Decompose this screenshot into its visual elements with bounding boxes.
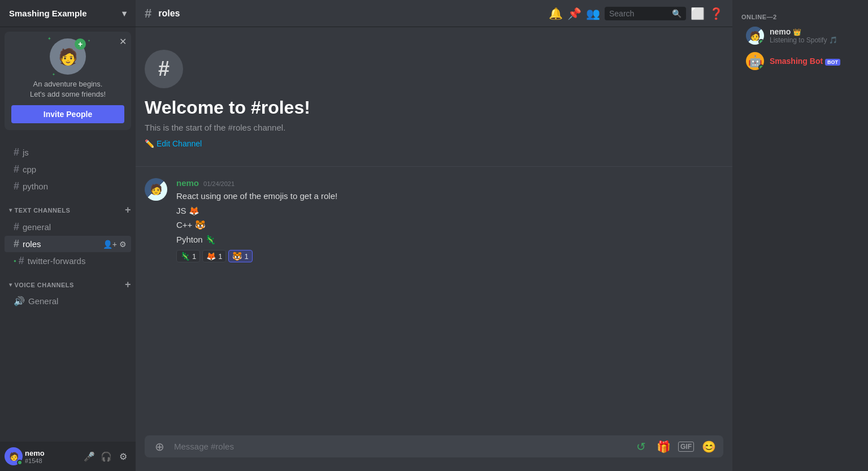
search-box: 🔍 <box>605 7 686 20</box>
message-timestamp: 01/24/2021 <box>203 180 235 187</box>
sidebar-item-python[interactable]: # python <box>5 178 131 195</box>
misc-channels-group: # js # cpp # python <box>0 139 136 195</box>
speaker-icon: 🔊 <box>14 296 25 306</box>
edit-channel-label: Edit Channel <box>157 139 202 148</box>
member-item-smashing-bot[interactable]: 🤖 Smashing Bot BOT <box>737 49 863 74</box>
message-content: nemo 01/24/2021 React using one of the e… <box>176 178 723 262</box>
help-icon[interactable]: ❓ <box>709 7 723 20</box>
hash-icon: # <box>14 238 19 250</box>
add-channel-button[interactable]: + <box>125 204 131 216</box>
channel-name-python: python <box>23 182 48 191</box>
server-header[interactable]: Smashing Example ▾ <box>0 0 136 27</box>
gif-button[interactable]: GIF <box>676 437 696 457</box>
decorative-dot2: ✦ <box>52 72 55 77</box>
hash-icon: # <box>19 255 24 267</box>
add-member-icon[interactable]: 👤+ <box>103 240 117 249</box>
pin-icon[interactable]: 📌 <box>567 7 581 20</box>
notification-dot: ● <box>14 258 16 263</box>
user-info: nemo #1548 <box>25 449 79 464</box>
sidebar-item-js[interactable]: # js <box>5 144 131 161</box>
chat-header: # roles 🔔 📌 👥 🔍 ⬜ ❓ <box>136 0 732 27</box>
sidebar-item-roles[interactable]: # roles 👤+ ⚙ <box>5 236 131 252</box>
chat-divider <box>136 166 732 167</box>
reaction-fox[interactable]: 🦊 1 <box>202 250 226 262</box>
close-icon[interactable]: ✕ <box>119 36 127 47</box>
welcome-title: Welcome to #roles! <box>145 97 723 118</box>
emoji-icon: 😊 <box>702 440 716 453</box>
gift-button[interactable]: 🎁 <box>653 437 674 457</box>
online-status-dot <box>17 460 23 465</box>
member-name: nemo 👑 <box>770 27 859 36</box>
voice-channel-name: General <box>28 296 58 306</box>
sidebar-item-general[interactable]: # general <box>5 219 131 235</box>
gift-icon: 🎁 <box>657 440 671 453</box>
online-members-label: ONLINE—2 <box>732 9 868 23</box>
hash-icon: # <box>14 180 19 192</box>
chat-channel-title: roles <box>158 8 180 19</box>
message-group: 🧑 nemo 01/24/2021 React using one of the… <box>136 176 732 265</box>
members-sidebar: ONLINE—2 🧑 nemo 👑 Listening to Spotify 🎵… <box>732 0 868 471</box>
channel-sidebar: Smashing Example ▾ ✕ 🧑 + ✦ ✦ ✦ An advent… <box>0 0 136 471</box>
message-author: nemo <box>176 178 199 188</box>
hash-icon: # <box>14 146 19 158</box>
emoji-button[interactable]: 😊 <box>698 437 719 457</box>
chevron-icon: ▾ <box>9 207 12 213</box>
chat-input-area: ⊕ ↺ 🎁 GIF 😊 <box>136 435 732 471</box>
channel-action-icons: 👤+ ⚙ <box>103 240 127 249</box>
search-icon: 🔍 <box>672 9 682 18</box>
user-discriminator: #1548 <box>25 457 79 464</box>
member-name-bot: Smashing Bot BOT <box>770 57 859 66</box>
welcome-description: This is the start of the #roles channel. <box>145 123 723 132</box>
member-item-nemo[interactable]: 🧑 nemo 👑 Listening to Spotify 🎵 <box>737 23 863 48</box>
channel-welcome-icon: # <box>145 50 183 88</box>
reaction-lizard[interactable]: 🦎 1 <box>176 250 200 262</box>
channel-list: # js # cpp # python ▾ TEXT CHANNELS + # … <box>0 135 136 442</box>
chat-messages: # Welcome to #roles! This is the start o… <box>136 27 732 435</box>
edit-channel-button[interactable]: ✏️ Edit Channel <box>145 139 202 148</box>
hash-icon: # <box>14 221 19 233</box>
search-input[interactable] <box>609 9 670 18</box>
add-attachment-button[interactable]: ⊕ <box>149 437 170 457</box>
plus-icon: + <box>75 38 86 50</box>
reaction-count: 1 <box>192 252 196 261</box>
member-status-online <box>758 39 764 45</box>
decorative-dots: ✦ <box>47 36 51 41</box>
text-channels-label: TEXT CHANNELS <box>15 207 71 214</box>
voice-channels-category[interactable]: ▾ VOICE CHANNELS + <box>0 270 136 293</box>
sidebar-item-twitter-forwards[interactable]: ● # twitter-forwards <box>5 253 131 269</box>
chevron-icon: ▾ <box>9 282 12 288</box>
member-status-online <box>758 64 764 70</box>
inbox-icon[interactable]: ⬜ <box>691 7 705 20</box>
reaction-emoji: 🦎 <box>180 252 190 261</box>
sidebar-item-cpp[interactable]: # cpp <box>5 161 131 178</box>
deafen-button[interactable]: 🎧 <box>98 448 114 464</box>
message-line: C++ 🐯 <box>176 218 723 232</box>
refresh-button[interactable]: ↺ <box>631 437 651 457</box>
invite-people-button[interactable]: Invite People <box>11 105 124 123</box>
text-channels-category[interactable]: ▾ TEXT CHANNELS + <box>0 195 136 218</box>
gif-label: GIF <box>678 442 694 452</box>
invite-avatar-area: 🧑 + ✦ ✦ ✦ <box>11 38 124 75</box>
mute-button[interactable]: 🎤 <box>81 448 97 464</box>
message-input[interactable] <box>174 435 626 457</box>
reaction-emoji: 🦊 <box>206 252 216 261</box>
user-settings-button[interactable]: ⚙ <box>115 448 131 464</box>
settings-icon[interactable]: ⚙ <box>119 240 127 249</box>
member-info: Smashing Bot BOT <box>770 57 859 66</box>
main-area: # roles 🔔 📌 👥 🔍 ⬜ ❓ # Welcome to #roles!… <box>136 0 732 471</box>
message-line: React using one of the emojis to get a r… <box>176 189 723 204</box>
channel-name-js: js <box>23 148 29 157</box>
reaction-count: 1 <box>218 252 222 261</box>
user-actions: 🎤 🎧 ⚙ <box>81 448 131 464</box>
voice-channels-label: VOICE CHANNELS <box>15 282 74 288</box>
input-right-actions: ↺ 🎁 GIF 😊 <box>631 437 719 457</box>
members-icon[interactable]: 👥 <box>586 7 600 20</box>
bell-icon[interactable]: 🔔 <box>549 7 563 20</box>
sidebar-item-voice-general[interactable]: 🔊 General <box>5 293 131 309</box>
chevron-down-icon: ▾ <box>122 8 127 19</box>
message-line: JS 🦊 <box>176 204 723 218</box>
reaction-tiger[interactable]: 🐯 1 <box>228 250 252 262</box>
add-voice-channel-button[interactable]: + <box>125 279 131 291</box>
member-avatar-bot: 🤖 <box>746 52 764 70</box>
pencil-icon: ✏️ <box>145 139 154 148</box>
